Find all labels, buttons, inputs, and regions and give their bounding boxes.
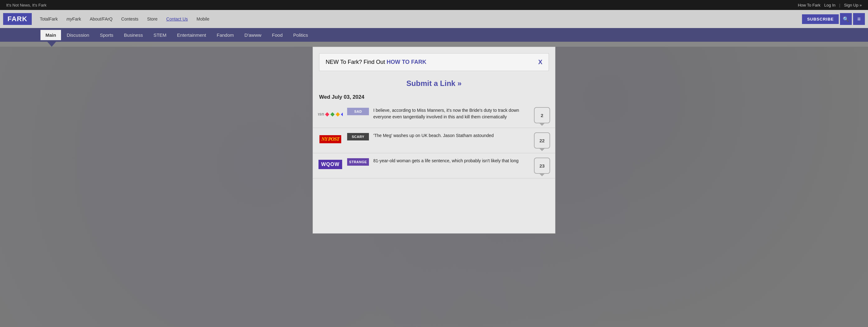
content-panel: NEW To Fark? Find Out HOW TO FARK X Subm… — [313, 47, 555, 234]
section-discussion[interactable]: Discussion — [62, 30, 94, 40]
tag-badge-sad: SAD — [347, 108, 369, 115]
nav-about[interactable]: About/FArQ — [86, 14, 116, 23]
sign-up-link[interactable]: Sign Up » — [844, 3, 862, 7]
search-icon: 🔍 — [843, 16, 849, 22]
submit-link-button[interactable]: Submit a Link » — [406, 79, 461, 88]
menu-button[interactable]: ≡ — [853, 13, 865, 25]
nav-mobile[interactable]: Mobile — [193, 14, 213, 23]
tag-badge-strange: STRANGE — [347, 158, 369, 166]
submit-link-section: Submit a Link » — [313, 74, 555, 90]
section-fandom[interactable]: Fandom — [212, 30, 239, 40]
msn-logo: msn◆◆◆◆ — [318, 111, 343, 117]
banner-close-button[interactable]: X — [538, 59, 542, 66]
section-nav: Main Discussion Sports Business STEM Ent… — [0, 28, 868, 42]
msn-dot-purple: ◆ — [341, 111, 343, 117]
search-button[interactable]: 🔍 — [840, 13, 852, 25]
msn-dot-blue: ◆ — [325, 111, 330, 117]
section-dawww[interactable]: D'awww — [240, 30, 267, 40]
section-politics[interactable]: Politics — [288, 30, 313, 40]
menu-icon: ≡ — [858, 16, 861, 23]
source-logo-msn: msn◆◆◆◆ — [318, 107, 343, 121]
nypost-logo: NY POST — [319, 135, 341, 143]
top-bar: It's Not News, It's Fark How To Fark Log… — [0, 0, 868, 10]
date-header: Wed July 03, 2024 — [313, 90, 555, 103]
article-text[interactable]: I believe, according to Miss Manners, it… — [373, 107, 530, 120]
site-logo[interactable]: FARK — [3, 13, 32, 25]
comment-count[interactable]: 2 — [534, 107, 550, 123]
divider: | — [839, 3, 840, 7]
section-business[interactable]: Business — [119, 30, 148, 40]
top-bar-right: How To Fark Log In | Sign Up » — [798, 3, 862, 7]
msn-dot-green: ◆ — [330, 111, 335, 117]
subscribe-button[interactable]: SUBSCRIBE — [802, 14, 839, 24]
how-to-fark-link[interactable]: How To Fark — [798, 3, 821, 7]
wqow-logo: WQOW — [318, 160, 342, 169]
nav-totalfark[interactable]: TotalFark — [36, 14, 62, 23]
tagline: It's Not News, It's Fark — [6, 3, 46, 7]
section-stem[interactable]: STEM — [149, 30, 172, 40]
section-entertainment[interactable]: Entertainment — [172, 30, 211, 40]
nav-pointer — [0, 42, 868, 47]
section-sports[interactable]: Sports — [95, 30, 118, 40]
section-main[interactable]: Main — [40, 30, 61, 40]
main-wrapper: NEW To Fark? Find Out HOW TO FARK X Subm… — [0, 47, 868, 234]
article-text[interactable]: 81-year-old woman gets a life sentence, … — [373, 157, 530, 164]
article-text[interactable]: 'The Meg' washes up on UK beach. Jason S… — [373, 132, 530, 139]
log-in-link[interactable]: Log In — [824, 3, 835, 7]
article-row: WQOW STRANGE 81-year-old woman gets a li… — [313, 153, 555, 178]
article-row: msn◆◆◆◆ SAD I believe, according to Miss… — [313, 103, 555, 128]
tag-badge-scary: SCARY — [347, 133, 369, 141]
article-row: NY POST SCARY 'The Meg' washes up on UK … — [313, 128, 555, 153]
nav-myfark[interactable]: myFark — [63, 14, 85, 23]
nav-contests[interactable]: Contests — [117, 14, 142, 23]
how-to-fark-banner-link[interactable]: HOW TO FARK — [387, 59, 427, 65]
article-list: msn◆◆◆◆ SAD I believe, according to Miss… — [313, 103, 555, 178]
section-food[interactable]: Food — [267, 30, 288, 40]
msn-dot-yellow: ◆ — [336, 111, 340, 117]
comment-count[interactable]: 23 — [534, 157, 550, 174]
nav-bar: FARK TotalFark myFark About/FArQ Contest… — [0, 10, 868, 28]
source-logo-nypost: NY POST — [318, 132, 343, 146]
nav-contact[interactable]: Contact Us — [162, 14, 191, 23]
banner-text: NEW To Fark? Find Out HOW TO FARK — [326, 59, 426, 65]
new-user-banner: NEW To Fark? Find Out HOW TO FARK X — [319, 53, 549, 71]
nav-store[interactable]: Store — [144, 14, 161, 23]
comment-count[interactable]: 22 — [534, 132, 550, 149]
source-logo-wqow: WQOW — [318, 157, 343, 171]
